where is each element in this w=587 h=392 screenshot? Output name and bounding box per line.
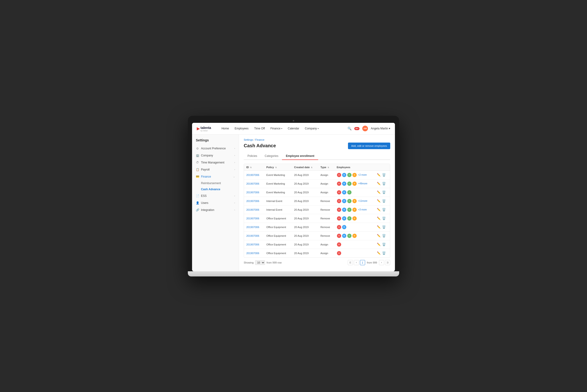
- prev-page-button[interactable]: ‹: [354, 260, 359, 265]
- delete-icon[interactable]: 🗑️: [382, 216, 386, 220]
- nav-home[interactable]: Home: [219, 126, 231, 132]
- pagination: Showing 10 25 50 from 999 row ⟨⟨ ‹ 1 fro…: [244, 258, 390, 268]
- policy-sort-icon[interactable]: ⇅: [275, 166, 277, 169]
- edit-icon[interactable]: ✏️: [377, 182, 381, 185]
- nav-time-off[interactable]: Time Off: [252, 126, 267, 132]
- payroll-icon: 📋: [196, 168, 199, 171]
- id-link[interactable]: 201907006: [246, 174, 259, 176]
- cell-created: 20 Aug 2019: [292, 240, 318, 249]
- user-name-text: Angela Martin: [371, 127, 388, 130]
- avatars: ABCD+11more: [337, 199, 372, 204]
- first-page-button[interactable]: ⟨⟨: [348, 260, 353, 265]
- edit-icon[interactable]: ✏️: [377, 208, 381, 212]
- table-row: 201907006 Office Equipment 20 Aug 2019 R…: [244, 223, 390, 231]
- table-row: 201907006 Office Equipment 20 Aug 2019 A…: [244, 249, 390, 258]
- nav-employees[interactable]: Employees: [232, 126, 251, 132]
- delete-icon[interactable]: 🗑️: [382, 234, 386, 238]
- delete-icon[interactable]: 🗑️: [382, 251, 386, 255]
- type-sort-icon[interactable]: ⇅: [328, 166, 329, 169]
- avatars: ABCD+2 more: [337, 173, 372, 177]
- edit-icon[interactable]: ✏️: [377, 190, 381, 194]
- edit-icon[interactable]: ✏️: [377, 251, 381, 255]
- avatar-circle: A: [337, 216, 341, 221]
- tab-employee-enrollment[interactable]: Employee enrollment: [282, 152, 318, 160]
- sidebar-item-reimbursement[interactable]: Reimbursement: [201, 180, 239, 186]
- navbar: ▶ talenta by mekari Home Employees Time …: [192, 123, 395, 134]
- id-link[interactable]: 201907006: [246, 208, 259, 211]
- cell-created: 20 Aug 2019: [292, 214, 318, 223]
- sidebar-label-payroll: Payroll: [201, 168, 210, 171]
- action-icons: ✏️ 🗑️: [377, 242, 388, 246]
- per-page-select[interactable]: 10 25 50: [255, 260, 265, 265]
- cell-employees: ABCD+2 more: [334, 170, 375, 179]
- cell-employees: ABCD: [334, 214, 375, 223]
- id-link[interactable]: 201907006: [246, 182, 259, 185]
- edit-icon[interactable]: ✏️: [377, 242, 381, 246]
- cell-actions: ✏️ 🗑️: [375, 231, 390, 240]
- edit-icon[interactable]: ✏️: [377, 199, 381, 203]
- page-title: Cash Advance: [244, 143, 276, 148]
- delete-icon[interactable]: 🗑️: [382, 225, 386, 229]
- add-employees-button[interactable]: Add, edit or remove employees: [348, 142, 390, 149]
- edit-icon[interactable]: ✏️: [377, 234, 381, 238]
- avatar-circle: A: [337, 190, 341, 195]
- sidebar-item-time-management[interactable]: ⏱ Time Management ›: [192, 159, 239, 166]
- sidebar-item-cash-advance[interactable]: Cash Advance: [201, 186, 239, 192]
- cell-employees: A: [334, 240, 375, 249]
- action-icons: ✏️ 🗑️: [377, 190, 388, 194]
- sidebar-item-users[interactable]: 👤 Users ›: [192, 200, 239, 206]
- avatar-circle: C: [347, 234, 352, 238]
- delete-icon[interactable]: 🗑️: [382, 190, 386, 194]
- breadcrumb-settings[interactable]: Settings: [244, 138, 253, 141]
- edit-icon[interactable]: ✏️: [377, 173, 381, 176]
- next-page-button[interactable]: ›: [379, 260, 384, 265]
- cell-policy: Office Equipment: [264, 249, 292, 258]
- sidebar-item-company[interactable]: 🏢 Company ›: [192, 152, 239, 159]
- finance-icon: 💳: [196, 175, 199, 178]
- tab-policies[interactable]: Policies: [244, 152, 261, 160]
- nav-company[interactable]: Company ▾: [302, 126, 321, 132]
- avatar-circle: A: [337, 225, 341, 230]
- edit-icon[interactable]: ✏️: [377, 216, 381, 220]
- cell-created: 20 Aug 2019: [292, 170, 318, 179]
- search-icon[interactable]: 🔍: [348, 126, 352, 130]
- tab-categories[interactable]: Categories: [261, 152, 282, 160]
- edit-icon[interactable]: ✏️: [377, 225, 381, 229]
- last-page-button[interactable]: ⟩⟩: [385, 260, 390, 265]
- cell-policy: Office Equipment: [264, 231, 292, 240]
- id-sort-icon[interactable]: ⇅: [250, 166, 252, 169]
- cell-created: 20 Aug 2019: [292, 231, 318, 240]
- sidebar-item-account-preference[interactable]: ⊙ Account Preference ›: [192, 145, 239, 152]
- action-icons: ✏️ 🗑️: [377, 251, 388, 255]
- breadcrumb-finance[interactable]: Finance: [255, 138, 264, 141]
- id-link[interactable]: 201907006: [246, 243, 259, 246]
- avatar-circle: B: [342, 234, 347, 238]
- nav-finance[interactable]: Finance ▾: [268, 126, 285, 132]
- notification-badge[interactable]: 99+: [354, 127, 360, 130]
- sidebar-item-finance[interactable]: 💳 Finance ⌄: [192, 173, 239, 180]
- table-row: 201907006 Office Equipment 20 Aug 2019 R…: [244, 214, 390, 223]
- delete-icon[interactable]: 🗑️: [382, 199, 386, 203]
- delete-icon[interactable]: 🗑️: [382, 208, 386, 212]
- id-link[interactable]: 201907006: [246, 200, 259, 202]
- avatar-circle: B: [342, 216, 347, 221]
- sidebar-item-ess[interactable]: 📄 ESS ›: [192, 192, 239, 200]
- sidebar-item-integration[interactable]: 🔗 Integration ›: [192, 206, 239, 214]
- date-sort-icon[interactable]: ⇅: [311, 166, 313, 169]
- sidebar-item-payroll[interactable]: 📋 Payroll ›: [192, 166, 239, 173]
- id-link[interactable]: 201907006: [246, 252, 259, 254]
- delete-icon[interactable]: 🗑️: [382, 242, 386, 246]
- id-link[interactable]: 201907006: [246, 191, 259, 194]
- delete-icon[interactable]: 🗑️: [382, 173, 386, 176]
- nav-calendar[interactable]: Calendar: [286, 126, 302, 132]
- id-link[interactable]: 201907006: [246, 234, 259, 237]
- avatar-circle: A: [337, 251, 341, 256]
- avatars: ABCD: [337, 234, 372, 238]
- delete-icon[interactable]: 🗑️: [382, 182, 386, 185]
- from-row-label: from 999 row: [266, 261, 282, 264]
- id-link[interactable]: 201907006: [246, 226, 259, 228]
- user-menu[interactable]: Angela Martin ▾: [371, 127, 390, 130]
- id-link[interactable]: 201907006: [246, 217, 259, 220]
- cell-actions: ✏️ 🗑️: [375, 240, 390, 249]
- cell-employees: ABCD+3 more: [334, 205, 375, 214]
